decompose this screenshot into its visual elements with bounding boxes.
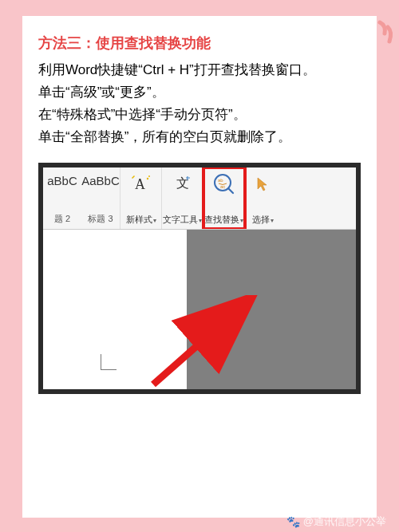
find-replace-button[interactable]: ab ac 查找替换▾ [203,167,245,229]
svg-point-1 [146,178,148,179]
ribbon-bar: aBbC 题 2 AaBbC 标题 3 A [43,167,356,230]
style-item-heading2[interactable]: aBbC 题 2 [43,169,81,227]
text-tool-icon: 文 [171,172,195,196]
button-label: 选择▾ [252,214,274,226]
svg-line-5 [228,188,233,193]
svg-text:A: A [135,176,145,192]
style-label: 题 2 [54,213,70,225]
cursor-icon [251,172,275,196]
button-label: 新样式▾ [126,214,156,226]
button-label: 查找替换▾ [204,214,243,226]
style-gallery[interactable]: aBbC 题 2 AaBbC 标题 3 [43,167,120,229]
page-corner-mark [101,354,117,370]
new-style-button[interactable]: A 新样式▾ [120,167,162,229]
svg-point-2 [148,175,150,177]
find-replace-icon: ab ac [212,172,236,196]
style-sample: AaBbC [81,175,120,187]
style-label: 标题 3 [88,213,113,225]
instruction-line: 单击“高级”或“更多”。 [38,81,361,104]
page-background [43,230,187,389]
style-sample: aBbC [47,175,77,187]
instruction-line: 利用Word快捷键“Ctrl + H”打开查找替换窗口。 [38,59,361,81]
instruction-line: 单击“全部替换”，所有的空白页就删除了。 [38,126,361,148]
canvas-background [187,230,356,389]
svg-text:ab: ab [218,178,223,183]
watermark-text: @通讯信息小公举 [303,514,386,529]
text-tools-button[interactable]: 文 文字工具▾ [162,167,203,229]
style-a-icon: A [129,172,153,196]
decorative-stroke [375,19,396,51]
svg-text:ac: ac [220,184,225,189]
document-area [43,230,356,389]
instructions: 利用Word快捷键“Ctrl + H”打开查找替换窗口。 单击“高级”或“更多”… [38,59,361,148]
screenshot-inner: aBbC 题 2 AaBbC 标题 3 A [43,167,356,389]
content-card: 方法三：使用查找替换功能 利用Word快捷键“Ctrl + H”打开查找替换窗口… [22,16,377,518]
select-button[interactable]: 选择▾ [245,167,280,229]
style-item-heading3[interactable]: AaBbC 标题 3 [81,169,120,227]
instruction-line: 在“特殊格式”中选择“手动分页符”。 [38,104,361,126]
paw-icon: 🐾 [286,515,300,528]
watermark: 🐾 @通讯信息小公举 [286,514,386,529]
method-title: 方法三：使用查找替换功能 [38,33,361,53]
word-screenshot: aBbC 题 2 AaBbC 标题 3 A [38,163,361,394]
button-label: 文字工具▾ [163,214,202,226]
